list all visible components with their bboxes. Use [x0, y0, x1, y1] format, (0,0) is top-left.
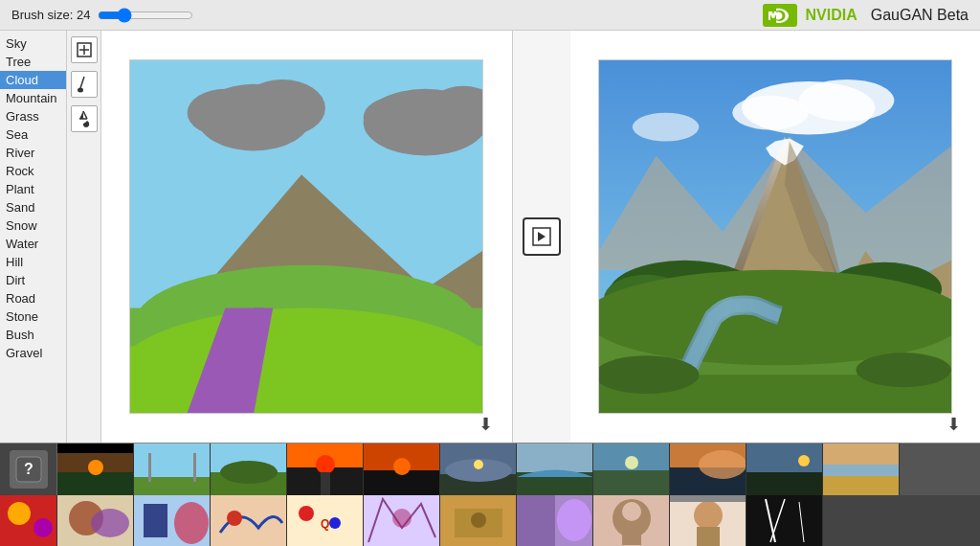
art-thumbnail-1[interactable] [0, 495, 57, 547]
svg-point-27 [633, 113, 700, 142]
label-water[interactable]: Water [0, 235, 66, 253]
svg-point-40 [599, 355, 699, 394]
thumbnail-5[interactable] [364, 444, 440, 495]
label-road[interactable]: Road [0, 289, 66, 307]
thumbnail-9[interactable] [670, 444, 746, 495]
fill-tool[interactable] [71, 105, 98, 132]
svg-point-76 [798, 455, 810, 466]
svg-point-26 [732, 96, 809, 130]
label-hill[interactable]: Hill [0, 253, 66, 271]
generate-button[interactable] [523, 217, 561, 256]
svg-text:Q: Q [321, 517, 329, 531]
label-stone[interactable]: Stone [0, 307, 66, 326]
label-mountain[interactable]: Mountain [0, 89, 66, 107]
nvidia-logo: NVIDIA GauGAN Beta [763, 4, 969, 27]
svg-point-92 [299, 506, 314, 521]
label-sky[interactable]: Sky [0, 34, 66, 53]
label-snow[interactable]: Snow [0, 216, 66, 235]
brush-tool[interactable] [71, 71, 98, 98]
bottom-area: ? [0, 443, 980, 546]
app-title: GauGAN Beta [871, 7, 969, 24]
svg-text:?: ? [24, 461, 33, 477]
label-plant[interactable]: Plant [0, 180, 66, 198]
nvidia-svg [767, 7, 793, 24]
art-thumbnail-7[interactable] [440, 495, 517, 547]
svg-point-57 [316, 455, 335, 474]
thumbnail-1[interactable] [57, 444, 134, 495]
art-thumbnail-10[interactable] [670, 495, 746, 547]
svg-line-5 [83, 111, 87, 119]
svg-rect-18 [130, 346, 482, 413]
art-thumbnails-row: Q [0, 495, 980, 547]
result-svg [599, 60, 951, 413]
svg-point-81 [8, 502, 31, 525]
svg-point-82 [33, 518, 53, 537]
random-button[interactable]: ? [0, 444, 57, 495]
label-river[interactable]: River [0, 144, 66, 162]
art-thumbnail-6[interactable] [364, 495, 440, 547]
svg-rect-45 [57, 472, 134, 495]
label-tree[interactable]: Tree [0, 53, 66, 71]
dice-icon: ? [14, 455, 43, 484]
thumbnail-6[interactable] [440, 444, 517, 495]
art-thumbnail-9[interactable] [593, 495, 670, 547]
svg-rect-47 [57, 444, 134, 453]
result-download-button[interactable]: ⬇ [947, 414, 961, 435]
canvas-download-button[interactable]: ⬇ [479, 414, 493, 435]
art-thumbnail-3[interactable] [134, 495, 211, 547]
svg-line-3 [80, 77, 84, 88]
svg-point-85 [91, 509, 129, 537]
art-thumbnail-2[interactable] [57, 495, 134, 547]
svg-point-41 [856, 353, 950, 387]
art-thumbnail-8[interactable] [517, 495, 593, 547]
thumbnail-11[interactable] [823, 444, 900, 495]
nvidia-text: NVIDIA [805, 7, 857, 24]
random-icon: ? [10, 450, 48, 489]
add-shape-tool[interactable] [71, 36, 98, 63]
svg-point-93 [329, 517, 341, 529]
svg-rect-101 [517, 495, 555, 547]
label-sand[interactable]: Sand [0, 198, 66, 216]
label-cloud[interactable]: Cloud [0, 71, 66, 89]
svg-point-4 [78, 88, 83, 93]
thumbnail-8[interactable] [593, 444, 670, 495]
arrow-area [513, 31, 570, 443]
drawing-svg [130, 60, 482, 413]
tool-panel [67, 31, 101, 443]
drawing-canvas[interactable] [129, 59, 483, 414]
art-thumbnail-5[interactable]: Q [287, 495, 364, 547]
svg-point-73 [699, 450, 746, 479]
label-rock[interactable]: Rock [0, 162, 66, 180]
art-thumbnail-11[interactable] [746, 495, 823, 547]
svg-rect-58 [321, 472, 330, 495]
svg-rect-50 [148, 453, 151, 482]
brush-slider[interactable] [98, 8, 193, 23]
svg-point-99 [471, 512, 486, 528]
svg-point-102 [557, 499, 591, 541]
label-grass[interactable]: Grass [0, 107, 66, 125]
svg-point-46 [88, 460, 103, 475]
result-image [598, 59, 952, 414]
thumbnail-7[interactable] [517, 444, 593, 495]
svg-point-65 [474, 460, 483, 469]
thumbnail-3[interactable] [211, 444, 287, 495]
nvidia-icon [763, 4, 797, 27]
brush-icon [77, 75, 92, 94]
svg-rect-79 [823, 476, 900, 495]
label-dirt[interactable]: Dirt [0, 271, 66, 289]
thumbnail-2[interactable] [134, 444, 211, 495]
thumbnail-4[interactable] [287, 444, 364, 495]
art-thumbnail-4[interactable] [211, 495, 287, 547]
svg-point-25 [799, 80, 894, 122]
svg-point-88 [174, 502, 209, 544]
label-gravel[interactable]: Gravel [0, 344, 66, 362]
svg-point-105 [622, 502, 641, 521]
thumbnail-10[interactable] [746, 444, 823, 495]
svg-rect-51 [193, 453, 196, 482]
photo-thumbnails-row: ? [0, 444, 980, 495]
arrow-right-icon [532, 227, 551, 246]
label-panel: SkyTreeCloudMountainGrassSeaRiverRockPla… [0, 31, 67, 443]
svg-rect-106 [622, 528, 641, 545]
label-bush[interactable]: Bush [0, 326, 66, 344]
label-sea[interactable]: Sea [0, 125, 66, 144]
